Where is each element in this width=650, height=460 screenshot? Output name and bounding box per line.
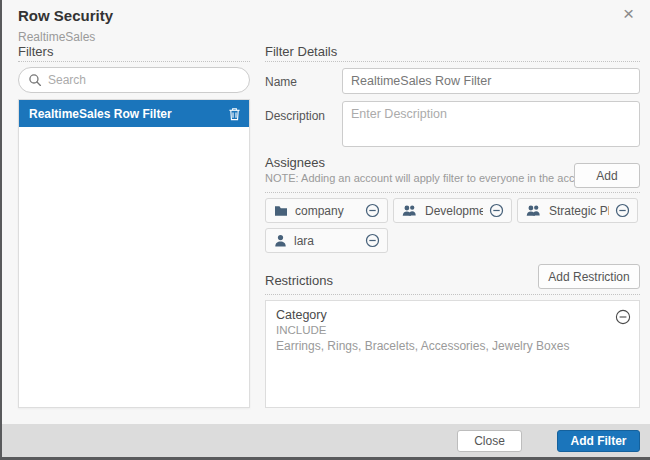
name-field[interactable] <box>342 68 640 94</box>
assignee-chips: company Development Strategic Pla... <box>265 198 645 258</box>
restriction-values: Earrings, Rings, Bracelets, Accessories,… <box>276 339 609 353</box>
search-input[interactable] <box>48 73 241 87</box>
restriction-list: Category INCLUDE Earrings, Rings, Bracel… <box>265 300 640 408</box>
assignee-chip[interactable]: Development <box>393 198 512 223</box>
assignees-note: NOTE: Adding an account will apply filte… <box>265 172 599 184</box>
add-restriction-button[interactable]: Add Restriction <box>538 264 640 289</box>
restriction-mode: INCLUDE <box>276 324 609 336</box>
search-icon <box>28 73 42 87</box>
filter-list-item[interactable]: RealtimeSales Row Filter <box>19 100 249 127</box>
description-label: Description <box>265 109 325 123</box>
name-label: Name <box>265 75 297 89</box>
restriction-field: Category <box>276 308 609 322</box>
add-assignee-button[interactable]: Add <box>574 163 640 188</box>
filter-details-heading: Filter Details <box>265 44 337 59</box>
assignees-divider <box>265 192 640 193</box>
dialog-title: Row Security <box>18 7 113 24</box>
remove-assignee-icon[interactable] <box>615 203 630 218</box>
filter-list: RealtimeSales Row Filter <box>18 99 250 408</box>
filters-heading: Filters <box>18 44 53 59</box>
assignee-chip[interactable]: lara <box>265 228 388 253</box>
row-security-dialog: Row Security × RealtimeSales Filters Rea… <box>0 0 650 460</box>
filter-search-box[interactable] <box>18 67 250 93</box>
dialog-footer: Close Add Filter <box>2 424 650 457</box>
assignee-chip-label: lara <box>294 234 359 248</box>
filter-item-label: RealtimeSales Row Filter <box>29 107 228 121</box>
remove-restriction-icon[interactable] <box>615 309 631 325</box>
assignee-chip[interactable]: Strategic Pla... <box>517 198 638 223</box>
assignees-heading: Assignees <box>265 155 325 170</box>
dialog-subtitle: RealtimeSales <box>18 30 95 44</box>
close-icon[interactable]: × <box>619 4 638 24</box>
filter-details-divider <box>265 61 640 62</box>
add-filter-button[interactable]: Add Filter <box>557 430 640 452</box>
remove-assignee-icon[interactable] <box>365 203 380 218</box>
description-field[interactable] <box>342 101 640 147</box>
delete-filter-icon[interactable] <box>228 107 241 121</box>
restrictions-divider <box>265 294 640 295</box>
assignee-chip-label: Development <box>425 204 483 218</box>
assignee-chip-label: company <box>295 204 359 218</box>
user-icon <box>274 234 287 247</box>
assignee-chip-label: Strategic Pla... <box>549 204 609 218</box>
close-button[interactable]: Close <box>457 430 522 452</box>
assignee-chip[interactable]: company <box>265 198 388 223</box>
filters-divider <box>18 61 250 62</box>
group-icon <box>526 204 542 217</box>
remove-assignee-icon[interactable] <box>489 203 504 218</box>
group-icon <box>402 204 418 217</box>
folder-icon <box>274 205 288 217</box>
restriction-item: Category INCLUDE Earrings, Rings, Bracel… <box>266 301 639 353</box>
restrictions-heading: Restrictions <box>265 273 333 288</box>
remove-assignee-icon[interactable] <box>365 233 380 248</box>
